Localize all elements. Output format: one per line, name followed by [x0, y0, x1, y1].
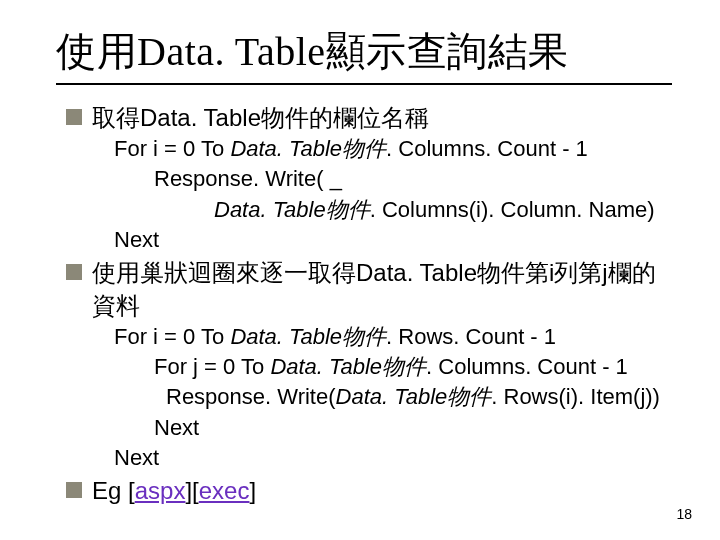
eg-text: Eg [ — [92, 477, 135, 504]
square-bullet-icon — [66, 482, 82, 498]
code-text: For i = 0 To — [114, 136, 230, 161]
code-line: Next — [114, 413, 672, 443]
code-text: . Rows(i). Item(j)) — [491, 384, 660, 409]
code-text-italic: Data. Table物件 — [230, 324, 386, 349]
content-area: 取得Data. Table物件的欄位名稱 For i = 0 To Data. … — [56, 101, 672, 507]
bullet-1: 取得Data. Table物件的欄位名稱 — [66, 101, 672, 134]
code-text: Response. Write( — [166, 384, 336, 409]
code-line: For i = 0 To Data. Table物件. Columns. Cou… — [114, 134, 672, 164]
code-text-italic: Data. Table物件 — [230, 136, 386, 161]
code-text-italic: Data. Table物件 — [336, 384, 492, 409]
code-line: Next — [114, 443, 672, 473]
code-block-1: For i = 0 To Data. Table物件. Columns. Cou… — [114, 134, 672, 255]
bullet-1-text: 取得Data. Table物件的欄位名稱 — [92, 101, 672, 134]
code-text: . Columns(i). Column. Name) — [370, 197, 655, 222]
code-text: . Rows. Count - 1 — [386, 324, 556, 349]
code-block-2: For i = 0 To Data. Table物件. Rows. Count … — [114, 322, 672, 474]
bullet-2-text: 使用巢狀迴圈來逐一取得Data. Table物件第i列第j欄的資料 — [92, 256, 672, 322]
link-aspx[interactable]: aspx — [135, 477, 186, 504]
code-text: . Columns. Count - 1 — [386, 136, 588, 161]
square-bullet-icon — [66, 109, 82, 125]
code-text: For i = 0 To — [114, 324, 230, 349]
bullet-3: Eg [aspx][exec] — [66, 474, 672, 507]
code-text: . Columns. Count - 1 — [426, 354, 628, 379]
square-bullet-icon — [66, 264, 82, 280]
page-number: 18 — [676, 506, 692, 522]
eg-text: ][ — [185, 477, 198, 504]
code-line: For i = 0 To Data. Table物件. Rows. Count … — [114, 322, 672, 352]
code-text-italic: Data. Table物件 — [214, 197, 370, 222]
eg-text: ] — [249, 477, 256, 504]
code-text: For j = 0 To — [154, 354, 270, 379]
slide: 使用Data. Table顯示查詢結果 取得Data. Table物件的欄位名稱… — [0, 0, 720, 540]
code-text-italic: Data. Table物件 — [270, 354, 426, 379]
link-exec[interactable]: exec — [199, 477, 250, 504]
bullet-3-text: Eg [aspx][exec] — [92, 474, 672, 507]
code-line: Response. Write(Data. Table物件. Rows(i). … — [114, 382, 672, 412]
bullet-2: 使用巢狀迴圈來逐一取得Data. Table物件第i列第j欄的資料 — [66, 256, 672, 322]
code-line: For j = 0 To Data. Table物件. Columns. Cou… — [114, 352, 672, 382]
title-rule — [56, 83, 672, 85]
code-line: Response. Write( _ — [114, 164, 672, 194]
slide-title: 使用Data. Table顯示查詢結果 — [56, 24, 672, 79]
code-line: Next — [114, 225, 672, 255]
code-line: Data. Table物件. Columns(i). Column. Name) — [114, 195, 672, 225]
